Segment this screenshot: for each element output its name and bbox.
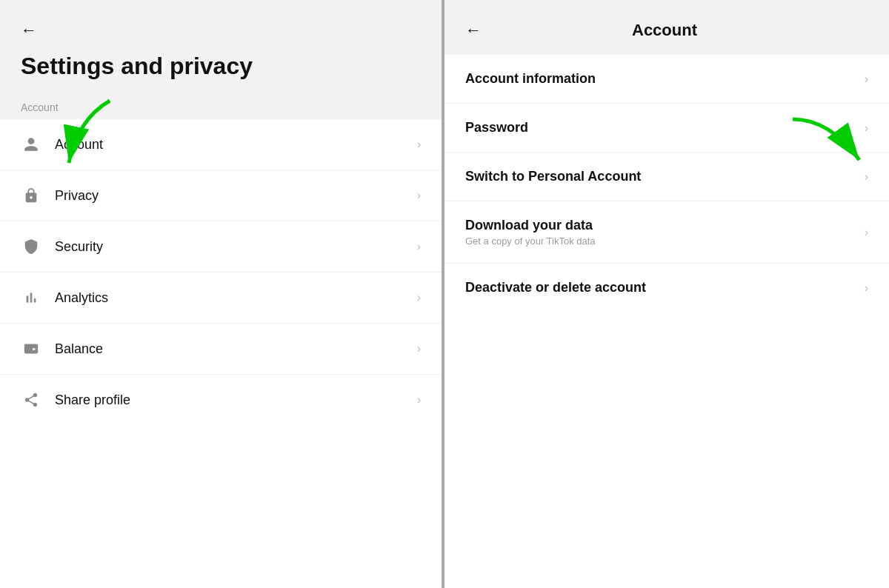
right-back-button[interactable]: ← <box>465 21 482 40</box>
chevron-icon: › <box>417 393 421 407</box>
chevron-icon: › <box>865 226 868 239</box>
chevron-icon: › <box>417 342 421 355</box>
svg-rect-1 <box>24 344 38 354</box>
lock-icon <box>21 185 41 206</box>
chevron-icon: › <box>865 170 868 184</box>
chevron-icon: › <box>865 121 868 135</box>
chevron-icon: › <box>417 189 421 202</box>
right-menu-list: Account information › Password › Switch … <box>444 55 889 588</box>
menu-item-download-data[interactable]: Download your data Get a copy of your Ti… <box>444 201 889 264</box>
menu-item-switch-personal[interactable]: Switch to Personal Account › <box>444 153 889 201</box>
menu-item-account[interactable]: Account › <box>0 119 442 170</box>
left-panel: ← Settings and privacy Account Account › <box>0 0 444 588</box>
menu-label-analytics: Analytics <box>55 290 417 306</box>
menu-item-privacy[interactable]: Privacy › <box>0 170 442 221</box>
menu-label-privacy: Privacy <box>55 188 417 204</box>
svg-rect-2 <box>33 348 36 350</box>
left-header: ← Settings and privacy <box>0 0 442 91</box>
section-label: Account <box>0 91 442 119</box>
menu-label-balance: Balance <box>55 341 417 357</box>
menu-item-security[interactable]: Security › <box>0 221 442 273</box>
chart-icon <box>21 287 41 308</box>
left-menu-list: Account › Privacy › <box>0 119 442 588</box>
menu-item-password[interactable]: Password › <box>444 104 889 153</box>
right-header: ← Account <box>444 0 889 55</box>
menu-item-balance[interactable]: Balance › <box>0 324 442 375</box>
left-back-button[interactable]: ← <box>21 21 37 40</box>
menu-label-account: Account <box>55 137 417 153</box>
menu-label-account-information: Account information <box>465 71 865 87</box>
chevron-icon: › <box>865 281 868 295</box>
menu-sublabel-download-data: Get a copy of your TikTok data <box>465 235 865 247</box>
chevron-icon: › <box>417 240 421 253</box>
chevron-icon: › <box>417 138 421 151</box>
chevron-icon: › <box>865 73 868 86</box>
person-icon <box>21 134 41 155</box>
menu-item-analytics[interactable]: Analytics › <box>0 273 442 324</box>
menu-label-security: Security <box>55 239 417 255</box>
share-icon <box>21 390 41 410</box>
shield-icon <box>21 236 41 257</box>
menu-item-account-information[interactable]: Account information › <box>444 55 889 104</box>
right-panel-title: Account <box>482 21 868 40</box>
wallet-icon <box>21 338 41 359</box>
chevron-icon: › <box>417 291 421 304</box>
menu-item-share-profile[interactable]: Share profile › <box>0 375 442 425</box>
menu-label-download-data: Download your data <box>465 218 865 233</box>
menu-label-switch-personal: Switch to Personal Account <box>465 169 865 184</box>
menu-label-password: Password <box>465 120 865 136</box>
right-panel: ← Account Account information › Password… <box>444 0 889 588</box>
menu-label-deactivate: Deactivate or delete account <box>465 280 865 295</box>
menu-item-deactivate[interactable]: Deactivate or delete account › <box>444 264 889 312</box>
menu-label-share-profile: Share profile <box>55 392 417 408</box>
page-title: Settings and privacy <box>21 53 421 79</box>
menu-text-download-data: Download your data Get a copy of your Ti… <box>465 218 865 247</box>
